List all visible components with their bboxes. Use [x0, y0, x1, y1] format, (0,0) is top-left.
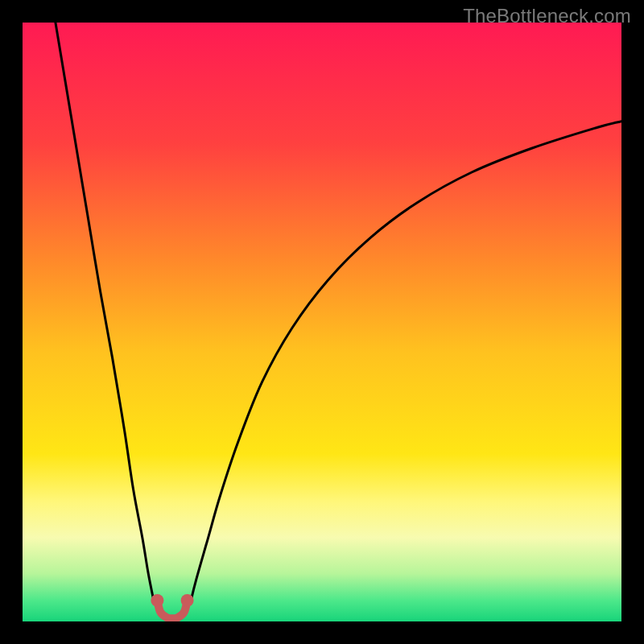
chart-frame: TheBottleneck.com: [0, 0, 644, 644]
trough-endpoint-marker: [151, 594, 163, 607]
watermark-text: TheBottleneck.com: [463, 5, 631, 27]
plot-area: [23, 23, 621, 621]
chart-svg: [23, 23, 621, 621]
trough-endpoint-marker: [181, 594, 194, 607]
gradient-background: [23, 23, 621, 621]
